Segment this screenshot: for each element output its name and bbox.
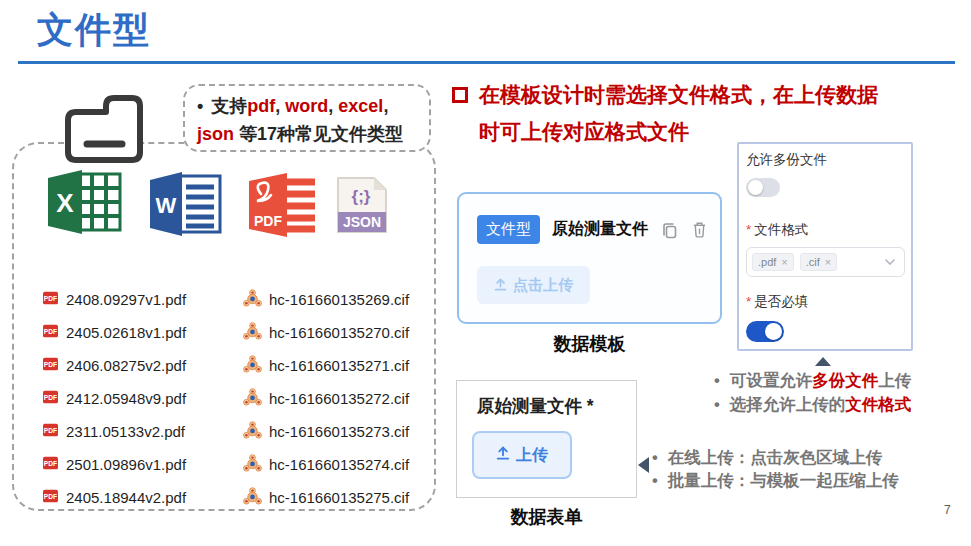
format-tag-cif[interactable]: .cif× <box>800 253 838 271</box>
cif-molecule-icon <box>243 355 262 377</box>
cif-file-name: hc-161660135272.cif <box>269 390 409 407</box>
upload-note-1: •在线上传：点击灰色区域上传 <box>652 446 899 469</box>
supported-formats-callout: •支持pdf, word, excel, json 等17种常见文件类型 <box>183 84 431 152</box>
pdf-file-icon: PDF <box>42 456 59 474</box>
file-format-select[interactable]: .pdf× .cif× <box>746 247 905 277</box>
upload-button[interactable]: 上传 <box>472 431 572 479</box>
template-field-label: 原始测量文件 <box>552 219 648 240</box>
word-icon: W <box>148 170 222 242</box>
svg-text:PDF: PDF <box>44 493 57 500</box>
heading-line-2: 时可上传对应格式文件 <box>479 113 878 150</box>
multi-file-label: 允许多份文件 <box>746 151 905 169</box>
bullet-glyph: • <box>714 392 720 416</box>
data-form-panel: 原始测量文件 * 上传 <box>456 380 637 498</box>
cif-file-item: hc-161660135270.cif <box>243 322 409 344</box>
feature-note-2: •选择允许上传的文件格式 <box>714 392 911 416</box>
callout-line-1: •支持pdf, word, excel, <box>197 92 421 120</box>
pdf-file-item: PDF 2412.05948v9.pdf <box>42 390 243 408</box>
pdf-file-name: 2408.09297v1.pdf <box>66 291 186 308</box>
required-star: * <box>746 222 751 237</box>
upload-icon <box>496 446 510 464</box>
chevron-down-icon[interactable] <box>884 258 896 266</box>
pdf-file-item: PDF 2501.09896v1.pdf <box>42 456 243 474</box>
file-row: PDF 2412.05948v9.pdf hc-161660135272.cif <box>42 382 409 415</box>
cif-file-item: hc-161660135274.cif <box>243 454 409 476</box>
cif-file-name: hc-161660135275.cif <box>269 489 409 506</box>
pdf-file-item: PDF 2408.09297v1.pdf <box>42 291 243 309</box>
file-list: PDF 2408.09297v1.pdf hc-161660135269.cif <box>42 283 409 514</box>
pdf-file-icon: PDF <box>42 390 59 408</box>
cif-file-name: hc-161660135271.cif <box>269 357 409 374</box>
cif-molecule-icon <box>243 322 262 344</box>
cif-molecule-icon <box>243 289 262 311</box>
cif-file-name: hc-161660135274.cif <box>269 456 409 473</box>
cif-file-name: hc-161660135269.cif <box>269 291 409 308</box>
cif-molecule-icon <box>243 454 262 476</box>
square-bullet-icon <box>452 87 468 103</box>
file-row: PDF 2406.08275v2.pdf hc-161660135271.cif <box>42 349 409 382</box>
pdf-file-name: 2501.09896v1.pdf <box>66 456 186 473</box>
cif-file-item: hc-161660135272.cif <box>243 388 409 410</box>
pdf-file-name: 2405.18944v2.pdf <box>66 489 186 506</box>
format-tag-pdf[interactable]: .pdf× <box>752 253 794 271</box>
bullet-glyph: • <box>652 446 658 469</box>
cif-file-item: hc-161660135271.cif <box>243 355 409 377</box>
slide: 文件型 •支持pdf, word, excel, json 等17种常见文件类型… <box>0 0 971 546</box>
svg-text:PDF: PDF <box>44 328 57 335</box>
svg-text:PDF: PDF <box>44 295 57 302</box>
cif-molecule-icon <box>243 421 262 443</box>
caret-up-icon <box>815 357 831 366</box>
upload-notes: •在线上传：点击灰色区域上传 •批量上传：与模板一起压缩上传 <box>652 446 899 492</box>
section-heading: 在模板设计时需选择文件格式，在上传数据 时可上传对应格式文件 <box>452 76 878 150</box>
multi-file-toggle[interactable] <box>746 178 780 197</box>
form-field-label: 原始测量文件 * <box>477 394 594 418</box>
bullet-glyph: • <box>714 368 720 392</box>
upload-icon <box>494 277 507 294</box>
folder-icon <box>56 82 152 182</box>
data-form-caption: 数据表单 <box>456 505 637 529</box>
svg-text:PDF: PDF <box>254 213 282 229</box>
trash-icon[interactable] <box>692 221 707 238</box>
svg-text:JSON: JSON <box>343 214 381 230</box>
pdf-file-item: PDF 2405.02618v1.pdf <box>42 324 243 342</box>
required-toggle[interactable] <box>746 321 784 342</box>
cif-file-item: hc-161660135269.cif <box>243 289 409 311</box>
cif-file-name: hc-161660135273.cif <box>269 423 409 440</box>
field-settings-panel: 允许多份文件 *文件格式 .pdf× .cif× *是否必填 <box>737 142 913 351</box>
file-row: PDF 2501.09896v1.pdf hc-161660135274.cif <box>42 448 409 481</box>
feature-note-1: •可设置允许多份文件上传 <box>714 368 911 392</box>
file-row: PDF 2405.18944v2.pdf hc-161660135275.cif <box>42 481 409 514</box>
data-template-caption: 数据模板 <box>457 332 722 356</box>
cif-file-name: hc-161660135270.cif <box>269 324 409 341</box>
svg-text:PDF: PDF <box>44 427 57 434</box>
file-row: PDF 2311.05133v2.pdf hc-161660135273.cif <box>42 415 409 448</box>
pdf-file-item: PDF 2406.08275v2.pdf <box>42 357 243 375</box>
pdf-file-name: 2412.05948v9.pdf <box>66 390 186 407</box>
required-label: *是否必填 <box>746 293 905 311</box>
file-format-label: *文件格式 <box>746 221 905 239</box>
pdf-file-name: 2311.05133v2.pdf <box>66 423 185 440</box>
svg-text:X: X <box>56 188 74 218</box>
close-icon[interactable]: × <box>781 256 787 268</box>
page-number: 7 <box>944 503 951 517</box>
pdf-file-icon: PDF <box>42 423 59 441</box>
close-icon[interactable]: × <box>825 256 831 268</box>
bullet-glyph: • <box>197 96 203 116</box>
field-type-badge[interactable]: 文件型 <box>477 215 540 244</box>
click-upload-button[interactable]: 点击上传 <box>477 266 590 304</box>
callout-line-2: json 等17种常见文件类型 <box>197 120 421 148</box>
data-template-panel: 文件型 原始测量文件 点击上传 <box>457 192 722 324</box>
copy-icon[interactable] <box>661 221 679 239</box>
cif-molecule-icon <box>243 487 262 509</box>
upload-note-2: •批量上传：与模板一起压缩上传 <box>652 469 899 492</box>
svg-text:PDF: PDF <box>44 394 57 401</box>
feature-notes: •可设置允许多份文件上传 •选择允许上传的文件格式 <box>714 368 911 416</box>
pdf-file-name: 2405.02618v1.pdf <box>66 324 186 341</box>
cif-molecule-icon <box>243 388 262 410</box>
svg-text:{;}: {;} <box>352 187 371 206</box>
pdf-file-icon: PDF <box>42 357 59 375</box>
page-title: 文件型 <box>37 6 151 55</box>
pdf-file-name: 2406.08275v2.pdf <box>66 357 186 374</box>
svg-text:PDF: PDF <box>44 460 57 467</box>
pdf-icon: PDF <box>241 170 319 244</box>
